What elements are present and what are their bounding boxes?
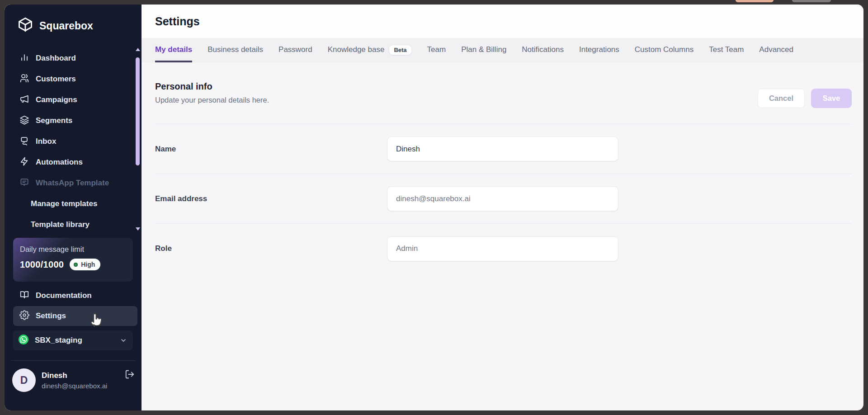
sidebar-item-label: Settings xyxy=(36,311,66,321)
tab-label: Team xyxy=(427,45,446,54)
sidebar-item-manage-templates[interactable]: Manage templates xyxy=(5,193,142,214)
main-area: Settings My details Business details Pas… xyxy=(142,5,863,410)
gear-icon xyxy=(19,310,29,322)
role-field[interactable] xyxy=(387,236,618,261)
tab-test-team[interactable]: Test Team xyxy=(709,38,744,62)
scroll-up-arrow-icon[interactable] xyxy=(136,48,140,51)
book-open-icon xyxy=(19,290,29,302)
name-input[interactable] xyxy=(387,137,618,161)
section-subtitle: Update your personal details here. xyxy=(155,96,269,104)
page-title: Settings xyxy=(155,15,200,28)
users-icon xyxy=(19,73,29,85)
workspace-selector[interactable]: SBX_staging xyxy=(13,330,133,350)
tab-team[interactable]: Team xyxy=(427,38,446,62)
save-button[interactable]: Save xyxy=(811,89,852,108)
tab-content: Personal info Update your personal detai… xyxy=(142,62,863,410)
sidebar-nav: Dashboard Customers Camp xyxy=(5,48,142,235)
sidebar-item-documentation[interactable]: Documentation xyxy=(5,285,142,306)
chat-icon xyxy=(19,136,29,148)
tab-bar: My details Business details Password Kno… xyxy=(142,38,863,62)
tab-my-details[interactable]: My details xyxy=(155,38,192,62)
form-row-email: Email address xyxy=(155,174,852,224)
message-square-icon xyxy=(19,177,29,189)
email-field[interactable] xyxy=(387,186,618,211)
bar-chart-icon xyxy=(19,52,29,65)
scrollbar-thumb[interactable] xyxy=(136,57,140,165)
sidebar-item-label: Segments xyxy=(36,116,72,125)
daily-message-limit-card: Daily message limit 1000/1000 High xyxy=(13,238,133,282)
user-email: dinesh@squarebox.ai xyxy=(42,382,107,390)
tab-label: Test Team xyxy=(709,45,744,54)
tab-label: Plan & Billing xyxy=(461,45,506,54)
brand[interactable]: Squarebox xyxy=(17,16,142,35)
section-actions: Cancel Save xyxy=(758,89,852,108)
cancel-button[interactable]: Cancel xyxy=(758,89,805,108)
avatar: D xyxy=(12,368,36,392)
zap-icon xyxy=(19,156,29,169)
sidebar-item-customers[interactable]: Customers xyxy=(5,69,142,90)
scroll-down-arrow-icon[interactable] xyxy=(136,227,140,231)
section-header: Personal info Update your personal detai… xyxy=(155,62,852,108)
tab-label: Notifications xyxy=(522,45,564,54)
form-row-role: Role xyxy=(155,224,852,274)
sidebar-item-label: Template library xyxy=(31,220,90,229)
section-header-text: Personal info Update your personal detai… xyxy=(155,81,269,104)
user-profile: D Dinesh dinesh@squarebox.ai xyxy=(12,368,135,392)
tab-plan-billing[interactable]: Plan & Billing xyxy=(461,38,506,62)
sidebar-nav-bottom: Documentation Settings xyxy=(5,285,142,326)
limit-badge-label: High xyxy=(81,261,95,268)
daily-limit-value: 1000/1000 xyxy=(20,259,64,270)
tab-label: Password xyxy=(278,45,312,54)
app-window: Squarebox Dashboard xyxy=(5,5,863,410)
brand-name: Squarebox xyxy=(39,20,93,32)
sidebar-item-label: Campaigns xyxy=(36,95,77,104)
browser-deco-peach xyxy=(736,0,774,2)
megaphone-icon xyxy=(19,94,29,106)
sidebar-item-label: Dashboard xyxy=(36,54,76,63)
sidebar-item-inbox[interactable]: Inbox xyxy=(5,131,142,152)
sidebar-scrollbar[interactable] xyxy=(135,48,140,231)
sidebar-item-automations[interactable]: Automations xyxy=(5,152,142,173)
whatsapp-icon xyxy=(18,334,29,347)
sidebar-item-dashboard[interactable]: Dashboard xyxy=(5,48,142,69)
user-name: Dinesh xyxy=(42,371,107,380)
tab-label: Advanced xyxy=(759,45,793,54)
tab-label: Integrations xyxy=(579,45,619,54)
sidebar-item-campaigns[interactable]: Campaigns xyxy=(5,90,142,110)
tab-label: My details xyxy=(155,45,192,54)
tab-label: Knowledge base xyxy=(328,45,385,54)
tab-notifications[interactable]: Notifications xyxy=(522,38,564,62)
sidebar-item-label: WhatsApp Template xyxy=(36,179,109,188)
sidebar-item-settings[interactable]: Settings xyxy=(13,306,137,326)
tab-password[interactable]: Password xyxy=(278,38,312,62)
main-header: Settings xyxy=(142,5,863,38)
workspace-name: SBX_staging xyxy=(35,336,114,345)
sidebar-item-label: Manage templates xyxy=(31,199,97,208)
sidebar-divider xyxy=(11,360,135,361)
tab-label: Business details xyxy=(208,45,263,54)
layers-icon xyxy=(19,115,29,127)
sidebar-item-whatsapp-template[interactable]: WhatsApp Template xyxy=(5,173,142,193)
beta-badge: Beta xyxy=(389,45,411,55)
section-title: Personal info xyxy=(155,81,269,92)
daily-limit-row: 1000/1000 High xyxy=(20,259,133,270)
tab-business-details[interactable]: Business details xyxy=(208,38,263,62)
tab-custom-columns[interactable]: Custom Columns xyxy=(635,38,693,62)
sidebar-item-template-library[interactable]: Template library xyxy=(5,214,142,235)
sidebar-item-label: Customers xyxy=(36,75,76,84)
squarebox-logo-icon xyxy=(17,16,33,35)
browser-deco-gray xyxy=(792,0,831,2)
tab-label: Custom Columns xyxy=(635,45,693,54)
tab-integrations[interactable]: Integrations xyxy=(579,38,619,62)
sidebar-item-label: Automations xyxy=(36,158,83,167)
chevron-down-icon xyxy=(120,337,127,344)
logout-icon[interactable] xyxy=(125,369,135,381)
name-label: Name xyxy=(155,145,387,154)
sidebar-item-label: Documentation xyxy=(36,291,92,300)
daily-limit-title: Daily message limit xyxy=(20,245,133,254)
sidebar: Squarebox Dashboard xyxy=(5,5,142,410)
sidebar-item-segments[interactable]: Segments xyxy=(5,110,142,131)
tab-knowledge-base[interactable]: Knowledge base Beta xyxy=(328,38,412,62)
tab-advanced[interactable]: Advanced xyxy=(759,38,793,62)
form-row-name: Name xyxy=(155,124,852,174)
